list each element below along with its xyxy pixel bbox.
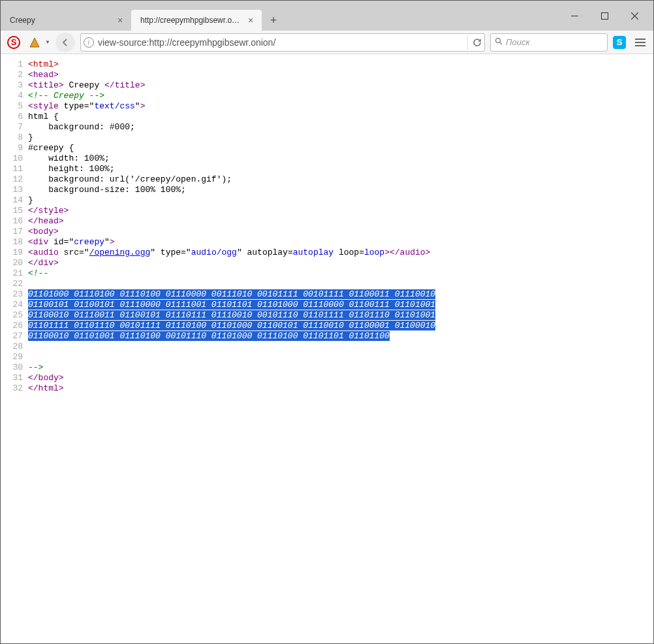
source-line: 2601101111 01101110 00101111 01110100 01… [1, 321, 653, 331]
reload-button[interactable] [467, 35, 482, 50]
line-number: 7 [1, 122, 28, 133]
line-code[interactable]: <body> [28, 227, 653, 237]
source-line: 10 width: 100%; [1, 153, 653, 164]
line-code[interactable]: height: 100%; [28, 164, 653, 174]
line-number: 24 [1, 300, 28, 310]
source-line: 32</html> [1, 383, 653, 394]
source-line: 2701100010 01101001 01110100 00101110 01… [1, 331, 653, 342]
line-number: 32 [1, 383, 28, 394]
close-icon[interactable]: × [116, 16, 125, 25]
line-number: 21 [1, 268, 28, 279]
line-code[interactable]: --> [28, 362, 653, 373]
line-code[interactable]: background: url('/creepy/open.gif'); [28, 174, 653, 185]
source-line: 29 [1, 352, 653, 362]
source-line: 22 [1, 279, 653, 289]
line-code[interactable]: <title> Creepy </title> [28, 80, 653, 91]
line-code[interactable]: <!-- Creepy --> [28, 91, 653, 101]
line-code[interactable]: width: 100%; [28, 153, 653, 164]
source-line: 2401100101 01100101 01110000 01111001 01… [1, 300, 653, 310]
close-button[interactable] [619, 6, 649, 25]
cookie-icon [28, 36, 41, 49]
line-code[interactable]: } [28, 133, 653, 143]
line-code[interactable]: <html> [28, 59, 653, 70]
source-line: 17<body> [1, 227, 653, 237]
line-code[interactable]: </head> [28, 216, 653, 227]
svg-point-4 [496, 39, 501, 43]
back-button[interactable] [55, 33, 75, 52]
line-code[interactable]: background-size: 100% 100%; [28, 185, 653, 195]
window-controls [559, 1, 653, 31]
noscript-extension-button[interactable]: S [5, 33, 23, 52]
source-line: 19<audio src="/opening.ogg" type="audio/… [1, 248, 653, 258]
tab-1[interactable]: Creepy × [1, 10, 131, 31]
line-code[interactable]: 01100010 01110011 01100101 01110111 0111… [28, 310, 653, 321]
line-code[interactable]: </div> [28, 258, 653, 268]
source-line: 7 background: #000; [1, 122, 653, 133]
source-line: 1<html> [1, 59, 653, 70]
line-number: 12 [1, 174, 28, 185]
line-code[interactable]: 01100101 01100101 01110000 01111001 0110… [28, 300, 653, 310]
maximize-button[interactable] [589, 6, 619, 25]
cookie-extension-button[interactable] [25, 33, 44, 52]
line-number: 5 [1, 101, 28, 112]
line-code[interactable]: </style> [28, 206, 653, 216]
source-line: 2501100010 01110011 01100101 01110111 01… [1, 310, 653, 321]
line-code[interactable] [28, 352, 653, 362]
line-number: 15 [1, 206, 28, 216]
line-code[interactable]: <head> [28, 70, 653, 80]
tab-2[interactable]: http://creepymhpgibsewr.oni... × [131, 10, 262, 31]
minimize-button[interactable] [559, 6, 589, 25]
line-code[interactable] [28, 342, 653, 352]
close-icon[interactable]: × [246, 16, 255, 25]
source-line: 21<!-- [1, 268, 653, 279]
search-icon [495, 37, 503, 47]
tab-label: http://creepymhpgibsewr.oni... [140, 16, 242, 25]
line-code[interactable]: 01101000 01110100 01110100 01110000 0011… [28, 289, 653, 300]
line-number: 17 [1, 227, 28, 237]
line-code[interactable]: 01101111 01101110 00101111 01110100 0110… [28, 321, 653, 331]
line-code[interactable]: <div id="creepy"> [28, 237, 653, 248]
line-code[interactable]: <style type="text/css"> [28, 101, 653, 112]
line-number: 22 [1, 279, 28, 289]
source-line: 16</head> [1, 216, 653, 227]
line-number: 30 [1, 362, 28, 373]
line-code[interactable] [28, 279, 653, 289]
line-number: 31 [1, 373, 28, 383]
line-number: 18 [1, 237, 28, 248]
page-source-viewer[interactable]: 1<html>2<head>3<title> Creepy </title>4<… [1, 54, 653, 643]
line-number: 13 [1, 185, 28, 195]
source-line: 14} [1, 195, 653, 206]
noscript-icon: S [7, 36, 20, 49]
url-bar[interactable]: i view-source:http://creepymhpgibsewr.on… [80, 33, 485, 52]
line-code[interactable]: background: #000; [28, 122, 653, 133]
tab-label: Creepy [10, 16, 112, 25]
chevron-down-icon[interactable]: ▼ [45, 39, 50, 45]
line-number: 11 [1, 164, 28, 174]
line-code[interactable]: } [28, 195, 653, 206]
line-code[interactable]: <!-- [28, 268, 653, 279]
line-code[interactable]: </html> [28, 383, 653, 394]
menu-button[interactable] [631, 33, 649, 52]
skype-extension-button[interactable]: S [610, 33, 629, 52]
back-arrow-icon [61, 38, 70, 47]
line-number: 28 [1, 342, 28, 352]
line-code[interactable]: <audio src="/opening.ogg" type="audio/og… [28, 248, 653, 258]
line-code[interactable]: #creepy { [28, 143, 653, 153]
line-number: 19 [1, 248, 28, 258]
source-line: 9#creepy { [1, 143, 653, 153]
skype-icon: S [613, 36, 626, 49]
new-tab-button[interactable]: + [264, 11, 283, 29]
toolbar: S ▼ i view-source:http://creepymhpgibsew… [1, 31, 653, 54]
line-number: 6 [1, 112, 28, 122]
search-placeholder: Поиск [506, 37, 530, 47]
source-line: 6html { [1, 112, 653, 122]
source-line: 2<head> [1, 70, 653, 80]
line-code[interactable]: html { [28, 112, 653, 122]
search-bar[interactable]: Поиск [490, 33, 608, 52]
svg-rect-1 [601, 12, 608, 19]
site-info-icon[interactable]: i [84, 37, 94, 48]
source-line: 4<!-- Creepy --> [1, 91, 653, 101]
source-line: 15</style> [1, 206, 653, 216]
line-code[interactable]: 01100010 01101001 01110100 00101110 0110… [28, 331, 653, 342]
line-code[interactable]: </body> [28, 373, 653, 383]
